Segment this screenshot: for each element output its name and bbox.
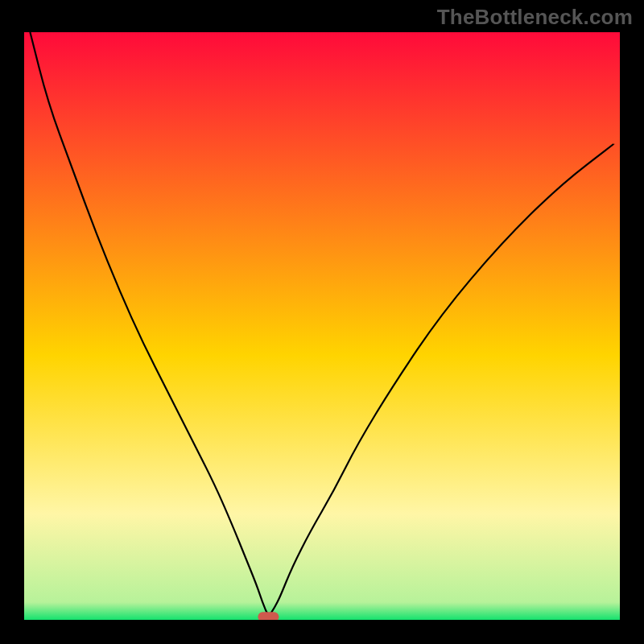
watermark-text: TheBottleneck.com <box>437 5 633 30</box>
chart-svg <box>24 32 620 620</box>
plot-area <box>24 32 620 620</box>
minimum-marker <box>258 612 279 620</box>
gradient-background <box>24 32 620 620</box>
chart-frame: TheBottleneck.com <box>0 0 644 644</box>
